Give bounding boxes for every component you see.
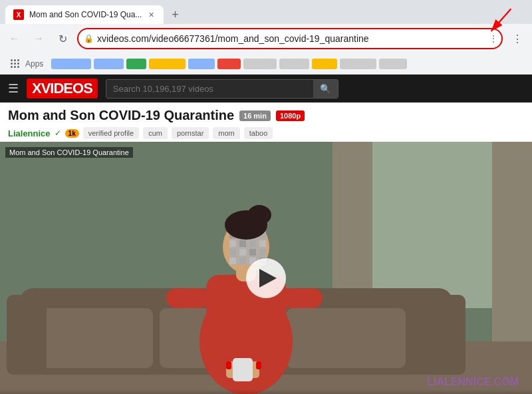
back-button[interactable]: ← (5, 29, 24, 48)
site-header: ☰ XVIDEOS 🔍 (0, 75, 532, 102)
tag-taboo[interactable]: taboo (244, 127, 273, 139)
tab-title: Mom and Son COVID-19 Qua... (29, 10, 142, 19)
apps-grid-icon (11, 59, 20, 68)
svg-rect-31 (229, 249, 236, 256)
video-overlay-title: Mom and Son COVID-19 Quarantine (5, 147, 133, 158)
svg-rect-11 (33, 308, 153, 368)
bookmark-item[interactable] (126, 59, 146, 69)
bookmark-item[interactable] (279, 59, 309, 69)
channel-row: Lialennice ✓ 1k verified profile cum por… (8, 127, 524, 139)
svg-rect-18 (166, 288, 209, 308)
browser-chrome: X Mom and Son COVID-19 Qua... × + ← → ↻ … (0, 0, 532, 75)
tab-close-button[interactable]: × (147, 8, 155, 21)
search-bar: 🔍 (106, 79, 338, 98)
bookmark-item[interactable] (243, 59, 277, 69)
bookmark-item[interactable] (51, 59, 91, 69)
svg-rect-43 (226, 361, 231, 369)
tag-verified-profile[interactable]: verified profile (83, 127, 139, 139)
svg-rect-42 (233, 358, 253, 381)
tag-pornstar[interactable]: pornstar (172, 127, 209, 139)
address-bar-input[interactable] (77, 28, 503, 49)
duration-badge: 16 min (239, 110, 271, 121)
video-player[interactable]: Mom and Son COVID-19 Quarantine (0, 142, 532, 394)
bookmark-item[interactable] (149, 59, 186, 69)
tab-bar: X Mom and Son COVID-19 Qua... × + (0, 0, 532, 24)
site-logo: XVIDEOS (27, 79, 98, 98)
svg-rect-19 (279, 288, 323, 308)
video-title: Mom and Son COVID-19 Quarantine (8, 108, 234, 123)
tag-mom[interactable]: mom (213, 127, 239, 139)
lock-icon: 🔒 (84, 34, 94, 43)
svg-rect-34 (259, 249, 266, 256)
svg-rect-14 (412, 295, 466, 375)
forward-button[interactable]: → (29, 29, 48, 48)
bookmark-item[interactable] (379, 59, 407, 69)
svg-rect-35 (229, 258, 236, 264)
subscriber-badge: 1k (65, 129, 79, 138)
bookmark-item[interactable] (340, 59, 376, 69)
svg-rect-15 (7, 295, 47, 375)
svg-rect-36 (239, 258, 246, 264)
search-button[interactable]: 🔍 (313, 80, 338, 98)
tab-favicon: X (13, 9, 24, 20)
hamburger-menu-button[interactable]: ☰ (8, 81, 19, 96)
svg-rect-29 (249, 240, 256, 247)
page-content: ☰ XVIDEOS 🔍 Mom and Son COVID-19 Quarant… (0, 75, 532, 394)
play-button[interactable] (246, 258, 286, 298)
video-info-section: Mom and Son COVID-19 Quarantine 16 min 1… (0, 102, 532, 142)
refresh-button[interactable]: ↻ (53, 29, 72, 48)
bookmarks-bar: Apps (0, 53, 532, 75)
bookmark-item[interactable] (312, 59, 337, 69)
bookmark-item[interactable] (188, 59, 215, 69)
active-tab[interactable]: X Mom and Son COVID-19 Qua... × (5, 5, 164, 24)
search-icon: 🔍 (320, 84, 331, 94)
nav-bar: ← → ↻ 🔒 ⋮ ⋮ (0, 24, 532, 53)
video-control-bar: ▶ 🔊 00:00 / 15:55 ⚙ ⬇ ⛶ (0, 389, 532, 394)
bookmark-item[interactable] (94, 59, 124, 69)
svg-text:X: X (17, 11, 21, 19)
svg-rect-32 (239, 249, 246, 256)
svg-rect-27 (229, 240, 236, 247)
bookmark-item[interactable] (217, 59, 241, 69)
svg-rect-30 (259, 240, 266, 247)
svg-rect-28 (239, 240, 246, 247)
svg-rect-13 (286, 308, 406, 368)
bookmarks-items (51, 59, 527, 69)
play-triangle-icon (259, 269, 277, 288)
red-arrow-indicator (476, 5, 516, 41)
watermark: LIALENNICE.COM (427, 376, 519, 388)
svg-point-40 (247, 205, 271, 225)
tag-cum[interactable]: cum (143, 127, 168, 139)
apps-label: Apps (25, 59, 43, 69)
svg-rect-33 (249, 249, 256, 256)
svg-rect-44 (256, 361, 261, 369)
address-bar-container: 🔒 ⋮ (77, 28, 503, 49)
channel-name[interactable]: Lialennice (8, 128, 51, 138)
svg-line-3 (491, 9, 511, 31)
quality-badge: 1080p (276, 110, 305, 121)
bookmarks-apps-item[interactable]: Apps (5, 57, 49, 71)
new-tab-button[interactable]: + (166, 5, 185, 24)
search-input[interactable] (106, 80, 313, 98)
verified-icon: ✓ (55, 128, 61, 138)
video-title-row: Mom and Son COVID-19 Quarantine 16 min 1… (8, 108, 524, 123)
